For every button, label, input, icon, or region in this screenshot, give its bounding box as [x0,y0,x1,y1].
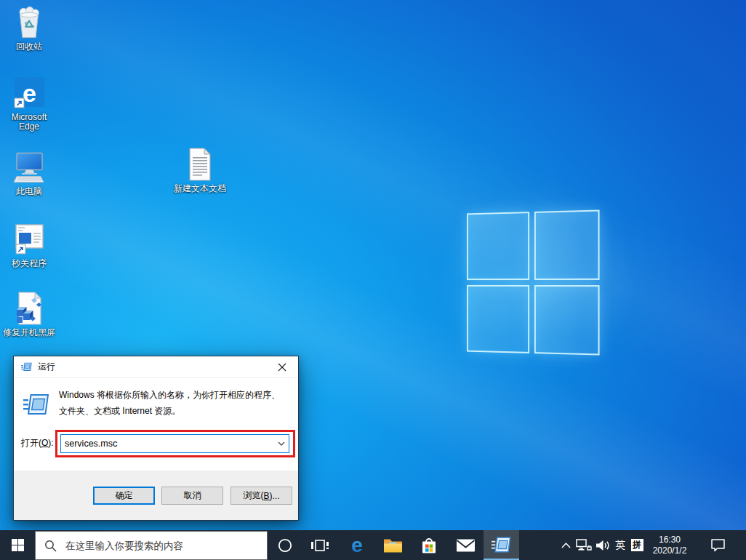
taskbar-run-active-button[interactable] [484,530,519,560]
run-dialog-titlebar[interactable]: 运行 [14,356,298,378]
close-icon[interactable] [266,356,298,377]
ok-button[interactable]: 确定 [93,487,155,505]
desktop-icon-label: 修复开机黑屏 [3,328,55,337]
run-dialog-footer: 确定 取消 浏览(B)... [14,471,298,520]
microsoft-store-icon [420,536,438,555]
mail-button[interactable] [449,530,482,560]
ime-language-label: 英 [615,539,625,552]
registry-file-icon [12,291,46,326]
cortana-button[interactable] [269,530,301,560]
combobox-dropdown-button[interactable] [274,435,289,452]
browse-button[interactable]: 浏览(B)... [230,487,292,505]
windows-logo-pane [467,285,529,353]
run-dialog-title: 运行 [38,361,55,373]
edge-letter: e [23,79,36,107]
run-dialog-body: Windows 将根据你所输入的名称，为你打开相应的程序、 文件夹、文档或 In… [14,378,298,472]
open-label-pre: 打开( [21,438,41,448]
desktop-icon-new-text-document[interactable]: 新建文本文档 [172,147,228,193]
ime-mode-badge: 拼 [631,539,643,551]
this-pc-icon [12,150,47,185]
annotation-highlight-box [55,430,295,457]
tray-show-hidden-icons[interactable] [557,530,574,560]
windows-logo-pane [534,285,599,356]
desktop-icon-label: 回收站 [16,42,42,52]
taskbar-edge-button[interactable]: e [340,530,374,560]
open-label-accesskey: O [41,438,48,448]
browse-label-post: )... [270,491,280,501]
tray-volume[interactable] [593,530,611,560]
windows-logo-pane [534,209,599,280]
open-input[interactable] [61,435,274,452]
text-document-icon [185,147,214,182]
cancel-button[interactable]: 取消 [161,487,223,505]
run-icon [492,536,511,553]
run-dialog: 运行 Windows 将根据你所输入的名称，为你打开相应的程序、 文件夹 [13,356,299,521]
clock-date: 2020/1/2 [653,545,687,556]
windows-desktop: 回收站 e Microsoft Edge [0,0,746,560]
tray-ime-language[interactable]: 英 [611,530,629,560]
search-icon [44,540,57,552]
open-combobox[interactable] [60,434,289,453]
desktop-icon-label: 新建文本文档 [174,184,226,193]
tray-network[interactable] [574,530,593,560]
windows-start-icon [12,539,24,551]
mail-icon [456,538,476,553]
desktop-icon-recycle-bin[interactable]: 回收站 [1,5,57,52]
tray-ime-mode[interactable]: 拼 [629,530,645,560]
search-input[interactable] [64,540,267,552]
speaker-icon [595,539,610,552]
network-icon [576,538,592,552]
task-view-icon [311,539,329,552]
app-window-icon [12,222,47,257]
action-center-button[interactable] [707,530,729,560]
browse-label-accesskey: B [263,491,269,501]
desktop-icon-fix-black-screen[interactable]: 修复开机黑屏 [1,291,57,337]
run-dialog-description: Windows 将根据你所输入的名称，为你打开相应的程序、 文件夹、文档或 In… [59,387,280,419]
desktop-icon-label: 秒关程序 [12,259,47,268]
description-line-1: Windows 将根据你所输入的名称，为你打开相应的程序、 [59,387,280,403]
microsoft-store-button[interactable] [412,530,446,560]
desktop-icon-label: Microsoft Edge [1,113,57,132]
desktop-icon-label: 此电脑 [16,187,42,196]
chevron-down-icon [278,441,285,446]
taskbar: e [0,530,746,560]
cancel-button-label: 取消 [184,489,201,502]
browse-label-pre: 浏览( [243,489,263,502]
file-explorer-button[interactable] [376,530,409,560]
windows-logo [467,209,600,355]
desktop-icon-this-pc[interactable]: 此电脑 [1,150,57,196]
recycle-bin-icon [12,5,46,40]
action-center-icon [710,538,726,552]
description-line-2: 文件夹、文档或 Internet 资源。 [59,403,280,419]
chevron-up-icon [561,542,571,548]
edge-icon: e [12,76,46,111]
cortana-icon [277,537,293,553]
clock-time: 16:30 [659,535,681,545]
desktop-icon-microsoft-edge[interactable]: e Microsoft Edge [1,76,57,132]
open-field-label: 打开(O): [21,437,54,449]
ok-button-label: 确定 [116,489,133,502]
tray-clock[interactable]: 16:30 2020/1/2 [646,530,693,560]
edge-icon: e [347,535,367,556]
file-explorer-icon [383,537,403,553]
run-icon [23,393,49,419]
task-view-button[interactable] [304,530,336,560]
start-button[interactable] [0,530,35,560]
run-dialog-titlebar-icon [21,362,32,372]
taskbar-search-box[interactable] [35,531,268,560]
desktop-icon-quick-close-program[interactable]: 秒关程序 [1,222,57,268]
edge-letter: e [351,535,363,556]
windows-logo-pane [467,212,529,280]
open-label-post: ): [48,438,53,448]
